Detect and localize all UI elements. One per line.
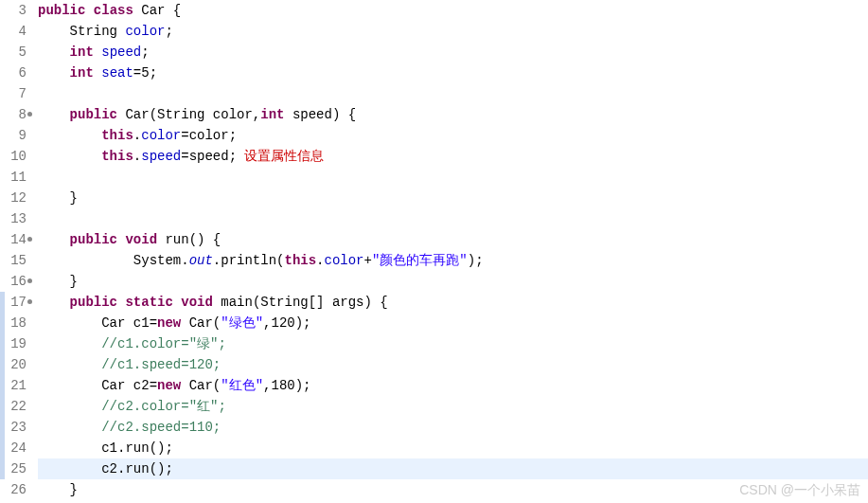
code-line[interactable]: //c1.speed=120; (38, 354, 868, 375)
token-kw: this (101, 149, 133, 164)
token-field: seat (101, 65, 133, 81)
token-ident: run() { (165, 232, 221, 247)
token-kw: new (157, 378, 181, 393)
token-kw: int (70, 45, 94, 60)
token-ident: Car( (181, 315, 221, 331)
token-kw: public (38, 3, 85, 18)
token-kw: public (70, 107, 117, 122)
token-str: "颜色的车再跑" (372, 253, 468, 268)
token-kw: int (260, 107, 284, 122)
code-line[interactable]: this.color=color; (38, 125, 868, 146)
token-ident: Car c1= (101, 315, 157, 331)
token-ident: Car c2= (101, 378, 157, 393)
token-ident: . (133, 149, 141, 164)
code-line[interactable]: Car c1=new Car("绿色",120); (38, 313, 868, 333)
token-ident: =speed; (181, 149, 244, 164)
annotation-text: 设置属性信息 (244, 149, 324, 164)
code-line[interactable]: //c2.color="红"; (38, 396, 868, 417)
token-ident: } (70, 274, 78, 289)
line-number: 17 (0, 292, 32, 313)
token-ident: String (70, 24, 126, 39)
token-ident: Car(String color, (125, 107, 260, 122)
code-line[interactable]: int seat=5; (38, 63, 868, 83)
watermark-text: CSDN @一个小呆苗 (739, 479, 860, 500)
token-comment: //c1.speed=120; (101, 357, 221, 372)
line-number: 3 (0, 0, 32, 21)
token-field: speed (101, 45, 141, 60)
token-ident: =5; (133, 65, 157, 81)
code-line[interactable]: public void run() { (38, 229, 868, 250)
line-number: 23 (0, 417, 32, 438)
code-line[interactable] (38, 167, 868, 188)
token-ident: c2.run(); (101, 461, 173, 476)
code-line[interactable]: Car c2=new Car("红色",180); (38, 375, 868, 396)
token-static-field: out (189, 253, 213, 268)
token-ident: } (70, 482, 78, 497)
token-ident: c1.run(); (101, 440, 173, 456)
code-line[interactable]: String color; (38, 21, 868, 42)
code-line[interactable]: this.speed=speed; 设置属性信息 (38, 146, 868, 167)
line-number: 4 (0, 21, 32, 42)
token-ident: Car { (141, 3, 181, 18)
code-editor[interactable]: 3456789101112131415161718192021222324252… (0, 0, 868, 500)
line-number: 21 (0, 375, 32, 396)
code-line[interactable]: //c2.speed=110; (38, 417, 868, 438)
line-number: 10 (0, 146, 32, 167)
line-number: 20 (0, 354, 32, 375)
code-line[interactable]: public class Car { (38, 0, 868, 21)
token-ident: System. (133, 253, 189, 268)
code-line[interactable]: c2.run(); (38, 458, 868, 479)
code-line[interactable]: int speed; (38, 42, 868, 63)
line-number: 13 (0, 208, 32, 229)
token-ident: ); (468, 253, 484, 268)
token-field: color (325, 253, 364, 268)
token-kw: void (181, 295, 213, 310)
token-kw: static (125, 295, 172, 310)
code-line[interactable]: public Car(String color,int speed) { (38, 104, 868, 125)
token-field: color (141, 128, 181, 143)
code-line[interactable]: } (38, 271, 868, 292)
line-number: 19 (0, 333, 32, 354)
line-number: 11 (0, 167, 32, 188)
token-ident: ,120); (263, 315, 310, 331)
line-number: 5 (0, 42, 32, 63)
token-str: "绿色" (221, 315, 263, 331)
line-number: 26 (0, 479, 32, 500)
code-line[interactable]: public static void main(String[] args) { (38, 292, 868, 313)
code-line[interactable]: System.out.println(this.color+"颜色的车再跑"); (38, 250, 868, 271)
token-str: "红色" (221, 378, 263, 393)
line-number: 8 (0, 104, 32, 125)
token-field: speed (141, 149, 181, 164)
token-comment: //c1.color="绿"; (101, 336, 226, 351)
token-comment: //c2.color="红"; (101, 399, 226, 414)
token-kw: public (70, 232, 117, 247)
code-area[interactable]: public class Car { String color; int spe… (32, 0, 868, 500)
code-line[interactable]: } (38, 188, 868, 208)
code-line[interactable]: //c1.color="绿"; (38, 333, 868, 354)
line-number: 14 (0, 229, 32, 250)
token-ident: } (70, 190, 78, 206)
code-line[interactable] (38, 83, 868, 104)
token-ident: ,180); (263, 378, 310, 393)
line-number: 6 (0, 63, 32, 83)
token-kw: new (157, 315, 181, 331)
token-ident: speed) { (284, 107, 356, 122)
token-ident: ; (141, 45, 149, 60)
code-line[interactable]: c1.run(); (38, 438, 868, 458)
token-kw: this (284, 253, 316, 268)
token-ident: . (133, 128, 141, 143)
line-number: 12 (0, 188, 32, 208)
line-number: 9 (0, 125, 32, 146)
token-kw: int (70, 65, 94, 81)
line-number: 15 (0, 250, 32, 271)
token-kw: class (94, 3, 133, 18)
line-number: 24 (0, 438, 32, 458)
line-number: 16 (0, 271, 32, 292)
token-ident: main(String[] args) { (221, 295, 387, 310)
code-line[interactable] (38, 208, 868, 229)
token-ident: Car( (181, 378, 221, 393)
token-ident: + (364, 253, 372, 268)
token-field: color (125, 24, 165, 39)
token-ident: . (316, 253, 324, 268)
token-ident: .println( (213, 253, 285, 268)
